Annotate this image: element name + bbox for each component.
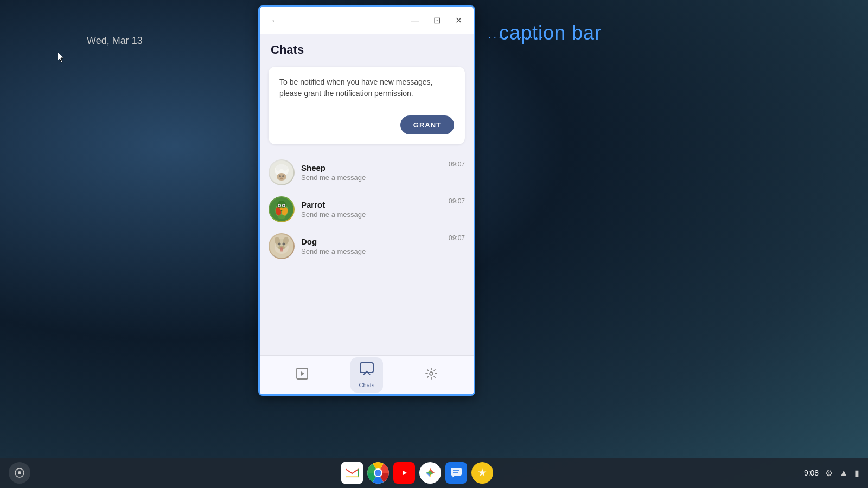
- desktop-date: Wed, Mar 13: [87, 35, 143, 47]
- notification-banner: To be notified when you have new message…: [269, 67, 465, 144]
- chat-time-parrot: 09:07: [449, 196, 465, 205]
- app-content: Chats To be notified when you have new m…: [260, 34, 474, 394]
- nav-item-settings[interactable]: [416, 363, 446, 388]
- chat-info-sheep: Sheep Send me a message: [301, 163, 442, 182]
- grant-button[interactable]: GRANT: [400, 115, 454, 134]
- chat-item-sheep[interactable]: Sheep Send me a message 09:07: [260, 154, 474, 191]
- taskbar-app-gmail[interactable]: [341, 462, 363, 484]
- chat-item-parrot[interactable]: Parrot Send me a message 09:07: [260, 191, 474, 228]
- chats-icon: [359, 362, 374, 380]
- taskbar-left: [9, 462, 30, 484]
- chat-info-dog: Dog Send me a message: [301, 237, 442, 255]
- chats-header: Chats: [260, 34, 474, 61]
- chat-list: Sheep Send me a message 09:07: [260, 150, 474, 355]
- back-button[interactable]: ←: [266, 12, 284, 29]
- svg-point-15: [283, 205, 285, 207]
- nav-item-chats[interactable]: Chats: [350, 357, 384, 393]
- settings-icon: [425, 367, 438, 383]
- minimize-button[interactable]: —: [406, 12, 424, 29]
- grant-btn-row: GRANT: [279, 115, 454, 134]
- svg-point-35: [18, 471, 21, 474]
- svg-point-26: [283, 243, 285, 246]
- svg-point-7: [282, 175, 284, 177]
- taskbar-launcher[interactable]: [9, 462, 30, 484]
- taskbar-app-chrome[interactable]: [367, 462, 389, 484]
- chat-preview-dog: Send me a message: [301, 247, 442, 255]
- nav-item-media[interactable]: [287, 363, 317, 388]
- chat-preview-sheep: Send me a message: [301, 174, 442, 182]
- close-button[interactable]: ✕: [450, 12, 467, 29]
- app-window: ← — ⊡ ✕ Chats To be notified when you ha…: [258, 5, 475, 396]
- taskbar-app-youtube[interactable]: [393, 462, 415, 484]
- chat-time-sheep: 09:07: [449, 159, 465, 168]
- svg-marker-31: [301, 371, 304, 376]
- svg-point-39: [375, 470, 381, 476]
- chat-info-parrot: Parrot Send me a message: [301, 200, 442, 219]
- chat-name-parrot: Parrot: [301, 200, 442, 209]
- svg-point-33: [430, 372, 433, 375]
- nav-label-chats: Chats: [359, 382, 375, 388]
- svg-point-6: [279, 175, 281, 177]
- svg-point-14: [279, 205, 280, 207]
- caption-bar-label: caption bar: [499, 22, 602, 44]
- taskbar-apps: [30, 462, 804, 484]
- taskbar-app-photos[interactable]: [419, 462, 441, 484]
- chat-name-sheep: Sheep: [301, 163, 442, 172]
- settings-tray-icon[interactable]: ⚙: [825, 468, 833, 478]
- svg-point-19: [278, 215, 285, 219]
- maximize-button[interactable]: ⊡: [428, 12, 445, 29]
- svg-point-4: [278, 164, 284, 169]
- taskbar-right: 9:08 ⚙ ▲ ▮: [804, 468, 859, 478]
- notification-text: To be notified when you have new message…: [279, 76, 454, 99]
- taskbar-app-messages[interactable]: [445, 462, 467, 484]
- bottom-navigation: Chats: [260, 355, 474, 394]
- chat-time-dog: 09:07: [449, 233, 465, 242]
- chat-name-dog: Dog: [301, 237, 442, 246]
- taskbar-time: 9:08: [804, 468, 819, 477]
- wifi-icon[interactable]: ▲: [839, 468, 848, 478]
- avatar-sheep: [269, 159, 295, 185]
- svg-point-25: [278, 243, 281, 246]
- title-bar: ← — ⊡ ✕: [260, 7, 474, 34]
- chat-item-dog[interactable]: Dog Send me a message 09:07: [260, 228, 474, 265]
- avatar-parrot: [269, 196, 295, 222]
- avatar-dog: [269, 233, 295, 259]
- svg-point-5: [277, 173, 286, 181]
- page-title: Chats: [271, 43, 463, 57]
- taskbar: 9:08 ⚙ ▲ ▮: [0, 458, 868, 488]
- svg-point-8: [280, 178, 283, 179]
- svg-rect-44: [451, 468, 462, 476]
- battery-icon[interactable]: ▮: [854, 468, 859, 478]
- chat-preview-parrot: Send me a message: [301, 210, 442, 219]
- media-icon: [296, 367, 309, 383]
- svg-point-29: [280, 250, 283, 252]
- taskbar-app-settings[interactable]: [471, 462, 493, 484]
